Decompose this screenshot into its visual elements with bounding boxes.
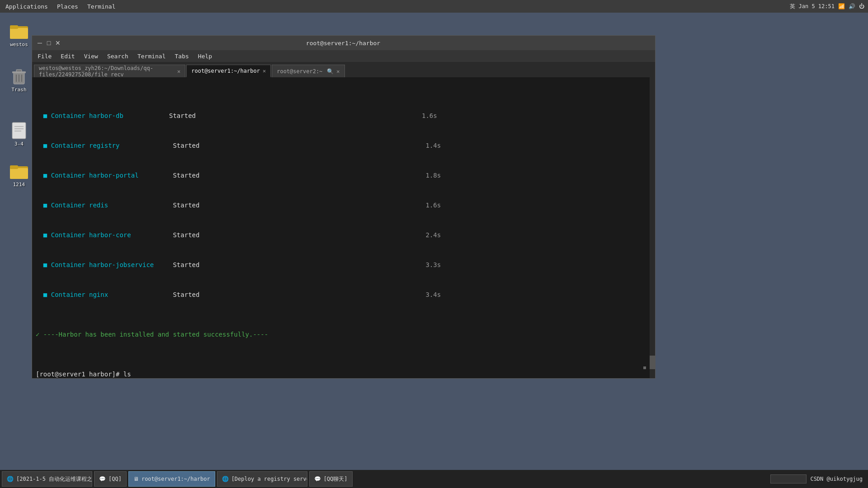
tab-0[interactable]: westos@westos_zyh26:~/Downloads/qq-files… [34,65,185,77]
wifi-icon: 📶 [838,3,845,9]
desktop-icon-westos[interactable]: westos [5,22,33,47]
tab-close-2[interactable]: ✕ [336,68,340,75]
svg-rect-9 [12,122,26,139]
taskbar: 🌐 [2021-1-5 自动化运维课程之docker… 💬 [QQ] 🖥 roo… [0,470,868,488]
terminal-window: ─ □ ✕ root@server1:~/harbor File Edit Vi… [32,35,656,379]
menu-help[interactable]: Help [194,52,216,61]
places-menu[interactable]: Places [55,2,80,11]
scroll-indicator [643,366,646,369]
maximize-button[interactable]: □ [45,39,53,47]
svg-rect-15 [10,165,18,169]
file-icon [10,121,28,139]
taskbar-label-1: [QQ] [108,476,122,482]
desktop-icon-label: Trash [11,87,26,93]
keyboard-input-indicator [770,474,807,483]
folder-icon [10,22,28,40]
menu-terminal[interactable]: Terminal [134,52,170,61]
lang-indicator: 英 [790,3,795,10]
close-button[interactable]: ✕ [54,39,62,47]
terminal-menu[interactable]: Terminal [85,2,118,11]
terminal-body[interactable]: ■ Container harbor-db Started 1.6s ■ Con… [32,77,655,378]
tab-1[interactable]: root@server1:~/harbor ✕ [186,65,271,77]
taskbar-icon-4: 💬 [314,476,321,482]
window-title: root@server1:~/harbor [64,40,623,47]
tab-close-0[interactable]: ✕ [177,68,180,75]
top-bar: Applications Places Terminal 英 Jan 5 12:… [0,0,868,13]
applications-menu[interactable]: Applications [4,2,50,11]
menu-edit[interactable]: Edit [57,52,78,61]
taskbar-item-0[interactable]: 🌐 [2021-1-5 自动化运维课程之docker… [2,471,92,487]
minimize-button[interactable]: ─ [36,39,44,47]
menu-search[interactable]: Search [104,52,132,61]
power-icon: ⏻ [859,3,864,9]
terminal-titlebar: ─ □ ✕ root@server1:~/harbor [32,36,655,50]
desktop-icon-label: 1214 [13,182,25,188]
desktop-icon-label: westos [10,42,28,47]
volume-icon: 🔊 [849,3,855,9]
taskbar-icon-1: 💬 [99,476,106,482]
taskbar-icon-0: 🌐 [7,476,14,482]
desktop-icon-3-4[interactable]: 3-4 [5,121,33,147]
folder-icon-2 [10,162,28,180]
datetime: Jan 5 12:51 [799,3,835,9]
menu-view[interactable]: View [80,52,102,61]
taskbar-label-3: [Deploy a registry server | Docker D… [231,476,307,482]
tab-label: root@server2:~ [277,68,322,75]
vertical-scrollbar[interactable] [650,77,655,378]
tab-search-icon[interactable]: 🔍 [327,68,334,75]
svg-rect-5 [16,70,22,72]
taskbar-item-4[interactable]: 💬 [QQ聊天] [309,471,353,487]
desktop-icon-trash[interactable]: Trash [5,67,33,93]
taskbar-label-0: [2021-1-5 自动化运维课程之docker… [16,475,92,483]
svg-rect-2 [10,25,18,29]
menu-tabs[interactable]: Tabs [171,52,193,61]
taskbar-icon-2: 🖥 [133,476,139,482]
desktop-icon-label: 3-4 [14,141,24,147]
csdn-label: CSDN @uikotygjug [810,476,863,482]
taskbar-label-4: [QQ聊天] [324,475,348,483]
svg-rect-1 [10,28,28,39]
scrollbar-thumb[interactable] [650,356,655,369]
taskbar-item-2[interactable]: 🖥 root@server1:~/harbor [128,471,215,487]
desktop-icon-1214[interactable]: 1214 [5,162,33,188]
tab-label: root@server1:~/harbor [191,68,260,74]
tab-close-1[interactable]: ✕ [263,68,266,74]
taskbar-icon-3: 🌐 [222,476,229,482]
taskbar-label-2: root@server1:~/harbor [142,476,210,482]
terminal-output: ■ Container harbor-db Started1.6s ■ Cont… [36,81,651,378]
menu-file[interactable]: File [34,52,55,61]
tab-2[interactable]: root@server2:~ 🔍 ✕ [272,65,344,77]
svg-rect-14 [10,168,28,179]
taskbar-item-1[interactable]: 💬 [QQ] [94,471,127,487]
tab-label: westos@westos_zyh26:~/Downloads/qq-files… [39,65,175,78]
terminal-tabs: westos@westos_zyh26:~/Downloads/qq-files… [32,62,655,77]
taskbar-item-3[interactable]: 🌐 [Deploy a registry server | Docker D… [217,471,307,487]
terminal-menubar: File Edit View Search Terminal Tabs Help [32,50,655,62]
trash-icon [10,67,28,85]
desktop: westos Trash 3-4 [0,13,868,470]
